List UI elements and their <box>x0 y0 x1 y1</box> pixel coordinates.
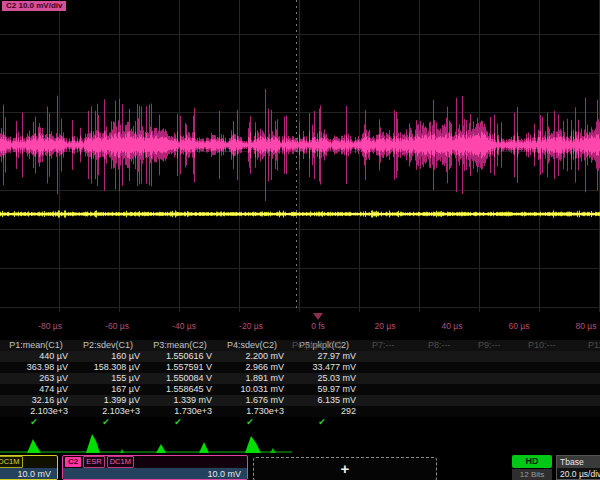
histicon-peak <box>120 449 124 453</box>
axis-tick-trigger: 0 fs <box>288 321 348 331</box>
status-ok-icon: ✔ <box>144 417 216 429</box>
stat-value: 6.135 mV <box>288 395 360 406</box>
time-axis: -100 µs -80 µs -60 µs -40 µs -20 µs 0 fs… <box>0 313 600 333</box>
c2-scale: 10.0 mV <box>63 468 247 480</box>
stat-value: 2.200 mV <box>216 351 288 362</box>
stat-value: 1.558645 V <box>144 384 216 395</box>
histicon-peak <box>156 444 166 453</box>
measure-table: P1:mean(C1) P2:sdev(C1) P3:mean(C2) P4:s… <box>0 340 600 429</box>
stat-row-status: ✔ ✔ ✔ ✔ ✔ <box>0 417 600 429</box>
c1-coupling-badge: DC1M <box>0 456 23 468</box>
axis-tick: 80 µs <box>556 321 600 331</box>
axis-tick: -20 µs <box>221 321 281 331</box>
c2-coupling-badge: DC1M <box>107 456 134 468</box>
waveform-canvas <box>0 0 600 312</box>
param-header-p7[interactable]: P7:--- <box>372 340 395 351</box>
stat-value: 1.550084 V <box>144 373 216 384</box>
c2-label: C2 <box>65 457 81 467</box>
hd-bits-label: 12 Bits <box>512 469 552 480</box>
axis-tick: -100 µs <box>0 321 13 331</box>
axis-tick: -60 µs <box>87 321 147 331</box>
hd-badge: HD <box>512 455 552 468</box>
stat-value: 27.97 mV <box>288 351 360 362</box>
stat-row-mean: 363.98 µV 158.308 µV 1.557591 V 2.966 mV… <box>0 362 600 373</box>
stat-value: 59.97 mV <box>288 384 360 395</box>
param-header-p1[interactable]: P1:mean(C1) <box>0 340 72 351</box>
axis-tick: 40 µs <box>422 321 482 331</box>
status-ok-icon: ✔ <box>288 417 360 429</box>
stat-value: 2.103e+3 <box>72 406 144 417</box>
channel-c2-descriptor[interactable]: C2 ESR DC1M 10.0 mV <box>62 455 248 480</box>
oscilloscope-screen: C2 10.0 mV/div -100 µs -80 µs -60 µs -40… <box>0 0 600 480</box>
param-header-p4[interactable]: P4:sdev(C2) <box>216 340 288 351</box>
status-ok-icon: ✔ <box>0 417 72 429</box>
hd-mode-indicator[interactable]: HD 12 Bits <box>512 455 552 480</box>
param-header-p10[interactable]: P10:--- <box>528 340 556 351</box>
channel-c1-descriptor[interactable]: C1 DC1M 10.0 mV <box>0 455 58 480</box>
stat-value: 155 µV <box>72 373 144 384</box>
axis-tick: 20 µs <box>355 321 415 331</box>
histicons <box>0 432 300 454</box>
stat-row-value: 440 µV 160 µV 1.550616 V 2.200 mV 27.97 … <box>0 351 600 362</box>
stat-value: 292 <box>288 406 360 417</box>
histicon-peak <box>245 436 261 453</box>
stat-row-max: 474 µV 167 µV 1.558645 V 10.031 mV 59.97… <box>0 384 600 395</box>
stat-value: 1.339 mV <box>144 395 216 406</box>
histicon-peak <box>27 439 41 453</box>
stat-value: 25.03 mV <box>288 373 360 384</box>
stat-value: 10.031 mV <box>216 384 288 395</box>
status-ok-icon: ✔ <box>72 417 144 429</box>
stat-value: 1.730e+3 <box>216 406 288 417</box>
stat-value: 1.557591 V <box>144 362 216 373</box>
measure-header-row: P1:mean(C1) P2:sdev(C1) P3:mean(C2) P4:s… <box>0 340 600 351</box>
add-trace-button[interactable]: + <box>253 457 437 480</box>
stat-value: 1.891 mV <box>216 373 288 384</box>
status-ok-icon: ✔ <box>216 417 288 429</box>
param-header-p9[interactable]: P9:--- <box>478 340 501 351</box>
param-header-p2[interactable]: P2:sdev(C1) <box>72 340 144 351</box>
stat-row-num: 2.103e+3 2.103e+3 1.730e+3 1.730e+3 292 <box>0 406 600 417</box>
stat-row-sdev: 32.16 µV 1.399 µV 1.339 mV 1.676 mV 6.13… <box>0 395 600 406</box>
stat-value: 32.16 µV <box>0 395 72 406</box>
timebase-descriptor[interactable]: Tbase 20.0 µs/div <box>556 455 600 480</box>
axis-tick: 60 µs <box>489 321 549 331</box>
param-header-p8[interactable]: P8:--- <box>428 340 451 351</box>
trigger-position-icon[interactable] <box>313 313 323 320</box>
histicon-peak <box>199 442 209 453</box>
stat-value: 33.477 mV <box>288 362 360 373</box>
stat-row-min: 263 µV 155 µV 1.550084 V 1.891 mV 25.03 … <box>0 373 600 384</box>
stat-value: 363.98 µV <box>0 362 72 373</box>
param-header-p11[interactable]: P11 <box>588 340 600 351</box>
histicon-peak <box>86 434 100 453</box>
c1-scale: 10.0 mV <box>0 468 57 480</box>
stat-value: 263 µV <box>0 373 72 384</box>
stat-value: 158.308 µV <box>72 362 144 373</box>
stat-value: 1.399 µV <box>72 395 144 406</box>
stat-value: 160 µV <box>72 351 144 362</box>
trace-annotation-badge: C2 10.0 mV/div <box>2 1 66 11</box>
stat-value: 2.966 mV <box>216 362 288 373</box>
stat-value: 2.103e+3 <box>0 406 72 417</box>
axis-tick: -40 µs <box>154 321 214 331</box>
stat-value: 440 µV <box>0 351 72 362</box>
stat-value: 1.730e+3 <box>144 406 216 417</box>
stat-value: 1.550616 V <box>144 351 216 362</box>
stat-value: 1.676 mV <box>216 395 288 406</box>
stat-value: 167 µV <box>72 384 144 395</box>
tbase-label: Tbase <box>557 456 600 468</box>
param-header-p6[interactable]: P6:pkpk(C3) <box>292 340 342 351</box>
c2-esr-badge: ESR <box>83 456 104 468</box>
histicon-peak <box>270 448 276 453</box>
stat-value: 474 µV <box>0 384 72 395</box>
param-header-p3[interactable]: P3:mean(C2) <box>144 340 216 351</box>
descriptor-bar: C1 DC1M 10.0 mV C2 ESR DC1M 10.0 mV + HD… <box>0 455 600 480</box>
tbase-scale: 20.0 µs/div <box>557 468 600 480</box>
axis-tick: -80 µs <box>20 321 80 331</box>
